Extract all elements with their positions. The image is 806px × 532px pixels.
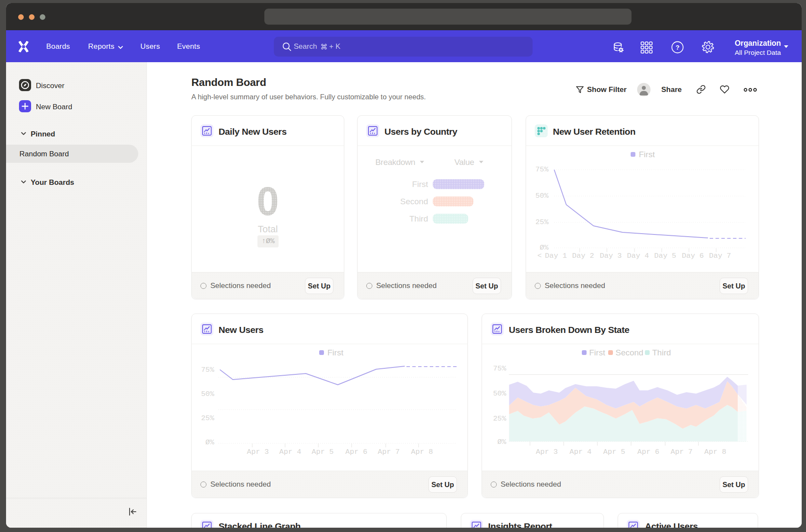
svg-text:?: ? [676,44,679,51]
